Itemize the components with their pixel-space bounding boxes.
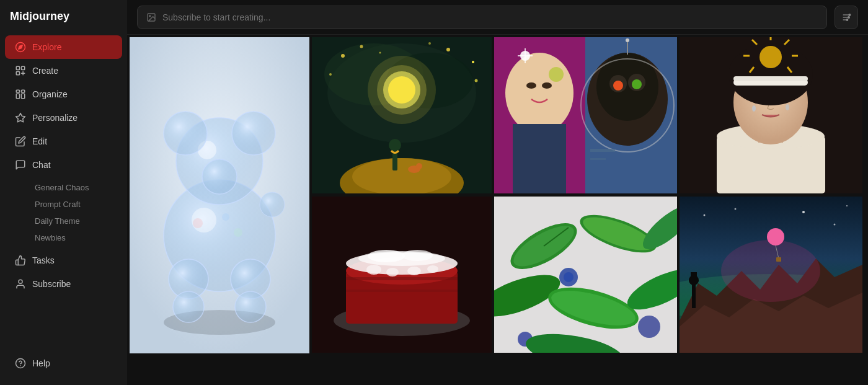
- sidebar-item-personalize[interactable]: Personalize: [5, 106, 122, 130]
- svg-point-93: [752, 105, 756, 112]
- svg-point-54: [428, 42, 431, 45]
- svg-point-71: [549, 67, 564, 82]
- sidebar-item-create-label: Create: [32, 66, 58, 76]
- svg-rect-151: [689, 280, 699, 281]
- sidebar-item-chat-label: Chat: [32, 160, 51, 170]
- gallery: [127, 35, 868, 385]
- filter-icon: [841, 12, 851, 22]
- svg-rect-3: [22, 66, 25, 69]
- svg-rect-82: [590, 149, 615, 152]
- sidebar-item-edit-label: Edit: [32, 136, 47, 146]
- svg-rect-115: [346, 277, 458, 280]
- svg-rect-65: [513, 124, 566, 193]
- chat-icon: [15, 159, 26, 170]
- svg-point-94: [786, 104, 789, 110]
- svg-rect-105: [733, 76, 808, 81]
- svg-point-29: [164, 112, 207, 155]
- gallery-grid: [127, 35, 868, 356]
- svg-point-30: [232, 112, 275, 155]
- svg-point-67: [542, 82, 552, 89]
- svg-point-33: [173, 291, 204, 322]
- search-bar[interactable]: [137, 6, 827, 29]
- svg-rect-4: [16, 72, 19, 75]
- sidebar-item-daily-theme[interactable]: Daily Theme: [5, 213, 122, 229]
- sidebar-item-subscribe[interactable]: Subscribe: [5, 272, 122, 296]
- svg-point-96: [760, 46, 782, 68]
- gallery-item-portrait[interactable]: [680, 37, 862, 193]
- svg-point-48: [341, 54, 345, 58]
- svg-point-38: [222, 213, 229, 221]
- create-icon: [15, 65, 26, 76]
- svg-point-35: [235, 291, 266, 322]
- svg-rect-83: [590, 158, 606, 160]
- sidebar-item-organize[interactable]: Organize: [5, 82, 122, 106]
- sidebar-item-help[interactable]: Help: [5, 352, 122, 375]
- search-input[interactable]: [162, 12, 818, 22]
- svg-point-74: [596, 53, 658, 121]
- svg-point-22: [846, 19, 848, 20]
- gallery-item-cake[interactable]: [312, 197, 492, 353]
- sidebar-item-create[interactable]: Create: [5, 59, 122, 82]
- svg-point-77: [613, 81, 623, 91]
- svg-point-112: [386, 268, 399, 277]
- svg-point-53: [475, 79, 478, 82]
- svg-rect-148: [692, 283, 696, 308]
- svg-rect-8: [22, 90, 25, 92]
- svg-rect-116: [346, 290, 458, 292]
- gallery-item-tropical[interactable]: [494, 197, 677, 353]
- svg-rect-7: [16, 90, 19, 92]
- edit-icon: [15, 136, 26, 147]
- svg-point-146: [834, 224, 836, 226]
- svg-point-61: [416, 163, 422, 169]
- svg-point-143: [704, 215, 706, 216]
- svg-point-51: [472, 61, 474, 63]
- personalize-icon: [15, 112, 26, 123]
- sidebar-item-general-chaos[interactable]: General Chaos: [5, 179, 122, 196]
- svg-point-64: [505, 53, 574, 133]
- sidebar-item-explore[interactable]: Explore: [5, 35, 122, 59]
- gallery-item-collage[interactable]: [494, 37, 677, 193]
- svg-point-118: [368, 250, 405, 262]
- svg-point-139: [721, 240, 820, 302]
- help-icon: [15, 358, 26, 369]
- chat-submenu: General Chaos Prompt Craft Daily Theme N…: [0, 177, 127, 249]
- svg-rect-10: [22, 94, 25, 99]
- svg-point-52: [329, 73, 332, 76]
- svg-rect-9: [16, 94, 19, 99]
- sidebar-item-chat[interactable]: Chat: [5, 153, 122, 177]
- svg-point-80: [626, 38, 629, 42]
- svg-point-111: [366, 265, 381, 275]
- svg-point-16: [149, 15, 151, 16]
- sidebar-item-tasks[interactable]: Tasks: [5, 249, 122, 272]
- svg-point-59: [389, 139, 401, 151]
- gallery-item-little-prince[interactable]: [312, 37, 492, 193]
- filter-button[interactable]: [835, 6, 858, 29]
- sidebar-item-tasks-label: Tasks: [32, 255, 55, 265]
- svg-point-78: [632, 79, 642, 89]
- gallery-item-scifi[interactable]: [680, 197, 862, 353]
- svg-point-133: [638, 316, 660, 338]
- sidebar-item-edit[interactable]: Edit: [5, 130, 122, 153]
- svg-point-21: [848, 16, 850, 18]
- sidebar-item-prompt-craft[interactable]: Prompt Craft: [5, 196, 122, 213]
- svg-point-113: [407, 267, 421, 275]
- sidebar-item-personalize-label: Personalize: [32, 113, 78, 123]
- svg-point-55: [379, 52, 381, 54]
- svg-point-114: [427, 265, 438, 273]
- gallery-item-glass-dog[interactable]: [130, 37, 309, 353]
- sidebar-item-organize-label: Organize: [32, 89, 68, 99]
- svg-point-39: [234, 228, 242, 237]
- sidebar-item-subscribe-label: Subscribe: [32, 279, 71, 289]
- svg-point-50: [446, 48, 450, 51]
- svg-point-36: [260, 192, 285, 217]
- svg-point-49: [360, 45, 363, 48]
- sidebar-item-newbies[interactable]: Newbies: [5, 229, 122, 246]
- sidebar: Midjourney Explore Create: [0, 0, 127, 385]
- svg-point-145: [802, 211, 805, 213]
- main-content: [127, 0, 868, 385]
- svg-marker-11: [16, 113, 25, 122]
- svg-rect-2: [16, 66, 19, 69]
- tasks-icon: [15, 255, 26, 266]
- svg-point-144: [735, 208, 737, 210]
- svg-rect-150: [691, 272, 697, 281]
